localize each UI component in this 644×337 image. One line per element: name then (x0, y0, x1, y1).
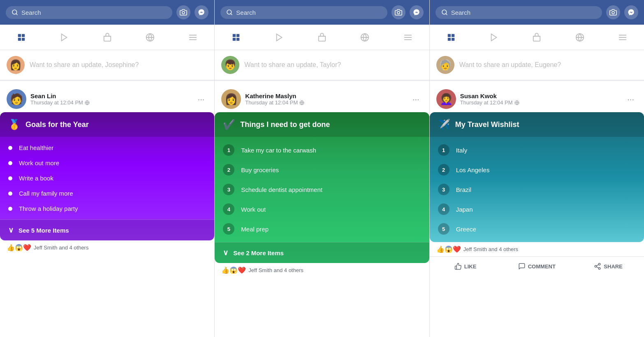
menu-icon[interactable] (185, 30, 200, 45)
globe-icon[interactable] (357, 30, 372, 45)
see-more-btn[interactable]: ∨ See 5 More Items (0, 219, 214, 240)
svg-line-27 (446, 14, 447, 15)
svg-point-28 (612, 12, 614, 14)
search-input-area[interactable]: Search (436, 6, 602, 19)
list-card-body: Eat healthierWork out moreWrite a bookCa… (0, 137, 214, 219)
list-card-header: ✔️ Things I need to get done (215, 112, 429, 137)
list-card-body: 1Take my car to the carwash2Buy grocerie… (215, 137, 429, 242)
list-item-text: Call my family more (19, 190, 73, 197)
marketplace-icon[interactable] (100, 30, 115, 45)
user-avatar: 🧓 (436, 56, 454, 74)
svg-rect-18 (233, 37, 236, 40)
user-avatar: 👩 (7, 56, 25, 74)
list-item: 4Work out (215, 199, 429, 219)
search-icon (12, 9, 18, 16)
item-number: 5 (223, 223, 234, 235)
globe-small-icon (85, 100, 90, 105)
list-item-text: Work out (241, 206, 266, 213)
chevron-down-icon: ∨ (8, 226, 14, 235)
newsfeed-icon[interactable] (14, 30, 29, 45)
more-options-btn[interactable]: ··· (409, 93, 423, 106)
globe-icon[interactable] (572, 30, 587, 45)
like-btn[interactable]: LIKE (430, 259, 501, 274)
item-number: 1 (438, 144, 449, 156)
menu-icon[interactable] (401, 30, 415, 45)
see-more-label: See 2 More Items (233, 249, 284, 256)
svg-rect-17 (236, 34, 239, 37)
list-item: 1Italy (430, 140, 644, 160)
list-item-text: Brazil (456, 186, 472, 193)
newsfeed-icon[interactable] (229, 30, 243, 45)
status-bar: 👩 Want to share an update, Josephine? (0, 50, 214, 81)
post-author-avatar: 👩 (221, 89, 241, 109)
messenger-icon (413, 9, 420, 16)
list-emoji: ✈️ (438, 119, 450, 130)
comment-btn[interactable]: COMMENT (501, 259, 572, 274)
search-input-area[interactable]: Search (220, 6, 387, 19)
svg-marker-7 (62, 34, 67, 41)
list-card: 🥇 Goals for the Year Eat healthierWork o… (0, 112, 214, 240)
phone-column-2: Search 👦 Want to share an update, Taylor… (215, 0, 429, 337)
post-card: 👩 Katherine Maslyn Thursday at 12:04 PM … (215, 84, 429, 277)
list-item-text: Write a book (19, 175, 53, 182)
list-card-title: Goals for the Year (25, 120, 89, 129)
post-card: 🧑 Sean Lin Thursday at 12:04 PM ··· 🥇 Go… (0, 84, 214, 255)
share-btn-label: SHARE (604, 263, 623, 270)
post-time: Thursday at 12:04 PM (460, 99, 620, 106)
camera-btn[interactable] (176, 5, 190, 19)
svg-rect-19 (236, 37, 239, 40)
list-card-header: ✈️ My Travel Wishlist (430, 112, 644, 137)
globe-small-icon (299, 100, 304, 105)
marketplace-icon[interactable] (529, 30, 544, 45)
post-author-name: Sean Lin (30, 92, 190, 99)
menu-icon[interactable] (615, 30, 630, 45)
messenger-btn[interactable] (410, 5, 424, 19)
chevron-down-icon: ∨ (223, 248, 228, 257)
reaction-emojis: 👍😱❤️ (7, 244, 31, 252)
globe-small-icon (514, 100, 519, 105)
search-icon (226, 9, 233, 16)
reaction-emojis: 👍😱❤️ (436, 245, 461, 253)
list-card-body: 1Italy2Los Angeles3Brazil4Japan5Greece (430, 137, 644, 242)
globe-icon[interactable] (143, 30, 158, 45)
more-options-btn[interactable]: ··· (624, 93, 637, 106)
messenger-icon (628, 9, 635, 16)
list-item-text: Schedule dentist appointment (241, 186, 322, 193)
video-icon[interactable] (57, 30, 72, 45)
video-icon[interactable] (486, 30, 501, 45)
camera-btn[interactable] (606, 5, 620, 19)
list-item: 1Take my car to the carwash (215, 140, 429, 160)
item-number: 3 (223, 184, 234, 195)
marketplace-icon[interactable] (315, 30, 329, 45)
camera-icon (609, 9, 617, 16)
list-item: 3Schedule dentist appointment (215, 180, 429, 199)
search-input-area[interactable]: Search (6, 6, 172, 19)
nav-icons-bar (430, 25, 644, 50)
svg-rect-30 (452, 34, 454, 37)
reactions-row: 👍😱❤️ Jeff Smith and 4 others (430, 242, 644, 256)
list-item: 2Buy groceries (215, 160, 429, 180)
list-item: Eat healthier (0, 140, 214, 155)
list-emoji: ✔️ (223, 119, 235, 130)
svg-rect-6 (22, 37, 25, 40)
see-more-btn[interactable]: ∨ See 2 More Items (215, 242, 429, 263)
reactions-text: Jeff Smith and 4 others (248, 267, 303, 273)
list-item-text: Eat healthier (19, 144, 53, 151)
more-options-btn[interactable]: ··· (195, 93, 208, 106)
status-prompt[interactable]: Want to share an update, Taylor? (244, 61, 341, 69)
post-meta: Susan Kwok Thursday at 12:04 PM (460, 92, 620, 106)
status-prompt[interactable]: Want to share an update, Josephine? (30, 61, 139, 69)
video-icon[interactable] (272, 30, 287, 45)
list-item-text: Throw a holiday party (19, 205, 78, 212)
messenger-btn[interactable] (195, 5, 208, 19)
list-card: ✈️ My Travel Wishlist 1Italy2Los Angeles… (430, 112, 644, 242)
share-btn[interactable]: SHARE (572, 259, 644, 274)
camera-icon (395, 9, 402, 16)
post-time: Thursday at 12:04 PM (245, 99, 405, 106)
list-item: 5Meal prep (215, 219, 429, 239)
messenger-btn[interactable] (624, 5, 638, 19)
svg-line-42 (597, 267, 599, 268)
newsfeed-icon[interactable] (444, 30, 459, 45)
status-prompt[interactable]: Want to share an update, Eugene? (459, 61, 561, 69)
camera-btn[interactable] (391, 5, 405, 19)
